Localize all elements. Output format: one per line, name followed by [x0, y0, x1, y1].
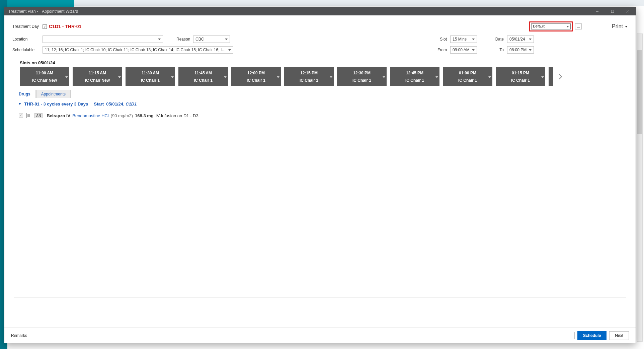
appointment-wizard-modal: Treatment Plan - Appointment Wizard Trea… [4, 7, 636, 343]
slot-value: 15 Mins [453, 37, 467, 42]
slot-card[interactable]: 12:45 PMIC Chair 1 [390, 67, 439, 86]
modal-content: Treatment Day C1D1 - THR-01 Default ... … [4, 15, 636, 343]
default-template-select[interactable]: Default [531, 23, 571, 29]
date-value: 05/01/24 [509, 37, 525, 42]
ellipsis-button[interactable]: ... [575, 23, 582, 29]
drug-name: Belrapzo IV [47, 113, 70, 118]
remarks-input[interactable] [30, 332, 575, 339]
background-scrollbar-thumb[interactable] [637, 50, 642, 134]
print-label: Print [612, 23, 623, 29]
chevron-down-icon [330, 76, 332, 78]
modal-titlebar: Treatment Plan - Appointment Wizard [4, 7, 636, 15]
treatment-day-value: C1D1 - THR-01 [49, 24, 81, 29]
close-button[interactable] [620, 7, 636, 15]
regimen-name: THR-01 - 3 cycles every 3 Days [24, 101, 88, 107]
regimen-header[interactable]: ▾ THR-01 - 3 cycles every 3 Days Start 0… [14, 98, 626, 110]
to-label: To [490, 48, 504, 52]
slot-card[interactable]: 12:30 PMIC Chair 1 [337, 67, 387, 86]
slot-label: Slot [433, 37, 447, 42]
modal-title-a: Treatment Plan - [8, 9, 38, 14]
an-badge: AN [34, 113, 43, 118]
date-label: Date [490, 37, 504, 42]
treatment-day-checkbox[interactable] [43, 24, 47, 29]
tab-appointments[interactable]: Appointments [36, 90, 71, 98]
from-label: From [433, 48, 447, 52]
schedulable-label: Schedulable [12, 48, 43, 52]
minimize-button[interactable] [589, 7, 605, 15]
slot-card[interactable]: 11:30 AMIC Chair 1 [126, 67, 175, 86]
regimen-start-date: 05/01/24, [106, 101, 124, 107]
chevron-down-icon [625, 26, 628, 27]
chevron-down-icon [529, 39, 532, 40]
chevron-down-icon [224, 76, 227, 78]
schedulable-value: 11; 12; 16; IC Chair 1; IC Chair 10; IC … [45, 48, 227, 52]
slot-card[interactable]: 11:45 AMIC Chair 1 [178, 67, 228, 86]
slot-select[interactable]: 15 Mins [450, 36, 477, 43]
tabs: Drugs Appointments [14, 89, 628, 98]
chevron-down-icon [158, 39, 161, 40]
maximize-icon [611, 10, 614, 13]
slots-next-button[interactable] [557, 67, 564, 86]
minimize-icon [595, 10, 599, 13]
to-value: 08:00 PM [509, 48, 527, 52]
chevron-down-icon [529, 49, 532, 51]
from-value: 09:00 AM [453, 48, 470, 52]
drug-row[interactable]: AN Belrapzo IV Bendamustine HCl (90 mg/m… [14, 110, 626, 121]
drug-checkbox[interactable] [19, 114, 23, 118]
drug-route-days: IV-Infusion on D1 - D3 [156, 113, 198, 118]
slot-card[interactable]: 01:15 PMIC Chair 1 [496, 67, 545, 86]
chevron-down-icon [225, 39, 228, 40]
reason-value: CBC [195, 37, 204, 42]
chevron-down-icon [383, 76, 385, 78]
default-select-highlight: Default [529, 21, 573, 31]
document-icon[interactable] [26, 113, 31, 118]
print-button[interactable]: Print [612, 23, 628, 29]
title-separator [39, 9, 41, 14]
modal-title-b: Appointment Wizard [42, 9, 78, 14]
chevron-down-icon [488, 76, 491, 78]
to-select[interactable]: 08:00 PM [507, 46, 534, 54]
slot-card[interactable]: 11:00 AMIC Chair New [20, 67, 69, 86]
chevron-down-icon [228, 49, 231, 51]
chevron-down-icon [435, 76, 438, 78]
drug-panel: ▾ THR-01 - 3 cycles every 3 Days Start 0… [14, 98, 626, 297]
next-button[interactable]: Next [609, 331, 629, 340]
location-label: Location [12, 37, 43, 42]
date-select[interactable]: 05/01/24 [507, 36, 534, 43]
chevron-right-icon [558, 74, 562, 80]
location-select[interactable] [43, 36, 163, 43]
chevron-down-icon [65, 76, 68, 78]
regimen-start-label: Start [94, 101, 104, 107]
slot-card[interactable]: 12:00 PMIC Chair 1 [231, 67, 281, 86]
chevron-down-icon [277, 76, 279, 78]
reason-label: Reason [176, 37, 193, 42]
regimen-cycle: C1D1 [126, 101, 137, 107]
slot-card[interactable]: 01:00 PMIC Chair 1 [443, 67, 492, 86]
slot-card[interactable]: 12:15 PMIC Chair 1 [284, 67, 334, 86]
chevron-down-icon [472, 39, 475, 40]
reason-select[interactable]: CBC [193, 36, 230, 43]
slot-card[interactable]: 11:15 AMIC Chair New [73, 67, 122, 86]
drug-generic: Bendamustine HCl [72, 113, 108, 118]
maximize-button[interactable] [605, 7, 620, 15]
default-template-value: Default [533, 24, 545, 28]
schedule-button[interactable]: Schedule [577, 331, 607, 340]
chevron-down-icon [566, 26, 569, 27]
from-select[interactable]: 09:00 AM [450, 46, 477, 54]
chevron-down-icon [541, 76, 544, 78]
slot-card-partial[interactable] [549, 67, 553, 86]
chevron-down-icon [118, 76, 121, 78]
tab-drugs[interactable]: Drugs [14, 90, 35, 98]
slots-row: 11:00 AMIC Chair New 11:15 AMIC Chair Ne… [12, 67, 628, 86]
slots-heading: Slots on 05/01/24 [20, 60, 628, 65]
drug-dose-per-area: (90 mg/m2) [111, 113, 133, 118]
chevron-down-icon [472, 49, 475, 51]
treatment-day-label: Treatment Day [12, 24, 43, 29]
schedulable-select[interactable]: 11; 12; 16; IC Chair 1; IC Chair 10; IC … [43, 46, 233, 54]
remarks-label: Remarks [11, 333, 27, 338]
drug-total-dose: 168.3 mg [135, 113, 154, 118]
close-icon [626, 10, 630, 13]
svg-rect-0 [611, 10, 614, 13]
bottom-bar: Remarks Schedule Next [4, 328, 636, 343]
expand-toggle-icon[interactable]: ▾ [19, 101, 21, 106]
